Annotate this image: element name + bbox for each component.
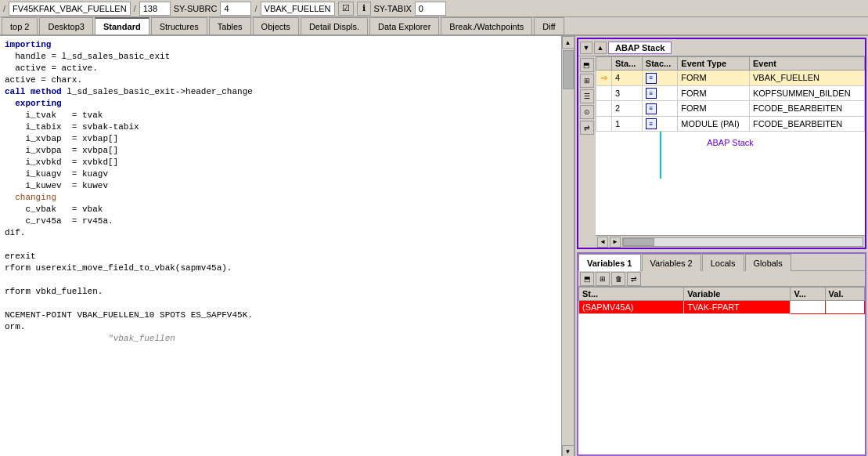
abap-left-icons: ⬒ ⊞ ☰ ⊙ ⇌ [578, 56, 596, 248]
event-type-val: FORM [678, 71, 750, 86]
arrow-cell [596, 116, 612, 132]
abap-stack-label: ABAP Stack [596, 132, 865, 154]
var-icon2[interactable]: ⊞ [596, 272, 610, 286]
form-icon: ≡ [646, 88, 657, 99]
variables-table: St... Variable V... Val. (SAPMV45A) TVAK… [578, 287, 865, 314]
var-icon3[interactable]: ⇌ [627, 272, 641, 286]
code-line: NCEMENT-POINT VBAK_FUELLEN_10 SPOTS ES_S… [5, 309, 569, 321]
tab-top2[interactable]: top 2 [2, 17, 38, 34]
abap-main: ⬒ ⊞ ☰ ⊙ ⇌ Sta... Stac... Eve [578, 56, 865, 248]
event-type-val: MODULE (PAI) [678, 116, 750, 132]
tab-diff[interactable]: Diff [534, 17, 564, 34]
form-icon: ≡ [646, 103, 657, 114]
code-area[interactable]: importing handle = l_sd_sales_basic_exit… [0, 36, 574, 456]
tab-standard[interactable]: Standard [95, 17, 149, 34]
stack-icon2[interactable]: ⊞ [580, 74, 594, 88]
var-st: (SAPMV45A) [579, 301, 684, 314]
scroll-up-btn[interactable]: ▲ [562, 36, 574, 49]
sy-subrc-val: 4 [220, 2, 251, 16]
code-line: importing [5, 39, 569, 51]
arrow-cell [596, 85, 612, 101]
code-line: dif. [5, 227, 569, 239]
var-tabs-row: Variables 1 Variables 2 Locals Globals [578, 254, 865, 271]
code-scrollbar[interactable]: ▲ ▼ [561, 36, 574, 456]
slash3: / [254, 4, 257, 13]
h-scrollbar-track [622, 237, 863, 247]
stac-val: ≡ [642, 85, 678, 101]
code-line [5, 239, 569, 251]
event-type-val: FORM [678, 85, 750, 101]
abap-down-icon[interactable]: ▼ [580, 42, 592, 54]
code-line: changing [5, 192, 569, 204]
tab-globals[interactable]: Globals [745, 254, 791, 271]
table-row[interactable]: ⇒ 4 ≡ FORM VBAK_FUELLEN [596, 71, 865, 86]
stac-val: ≡ [642, 101, 678, 117]
sta-val: 1 [612, 116, 643, 132]
checkbox-icon[interactable]: ☑ [338, 2, 354, 16]
h-scroll-left[interactable]: ◄ [597, 237, 608, 248]
code-line: orm. [5, 321, 569, 333]
var-toolbar: ⬒ ⊞ 🗑 ⇌ [578, 271, 865, 287]
table-row[interactable]: (SAPMV45A) TVAK-FPART [579, 301, 865, 314]
scroll-thumb[interactable] [563, 50, 574, 89]
stack-icon1[interactable]: ⬒ [580, 58, 594, 72]
code-line: active = charx. [5, 74, 569, 86]
form-icon: ≡ [646, 73, 657, 84]
variables-panel: Variables 1 Variables 2 Locals Globals ⬒… [577, 252, 866, 456]
code-line: erexit [5, 251, 569, 262]
sta-val: 3 [612, 85, 643, 101]
tab-objects[interactable]: Objects [253, 17, 299, 34]
sta-val: 2 [612, 101, 643, 117]
stac-val: ≡ [642, 116, 678, 132]
stack-icon5[interactable]: ⇌ [580, 121, 594, 135]
code-line [5, 274, 569, 286]
code-line: handle = l_sd_sales_basic_exit [5, 51, 569, 63]
stack-icon3[interactable]: ☰ [580, 89, 594, 103]
code-line: exporting [5, 98, 569, 110]
var-val [825, 301, 864, 314]
var-variable: TVAK-FPART [684, 301, 791, 314]
abap-stack-title: ABAP Stack [608, 42, 672, 54]
var-col-variable: Variable [684, 288, 791, 301]
code-line: i_tabix = svbak-tabix [5, 121, 569, 133]
scroll-down-btn[interactable]: ▼ [562, 445, 574, 456]
table-row[interactable]: 3 ≡ FORM KOPFSUMMEN_BILDEN [596, 85, 865, 101]
tab-variables1[interactable]: Variables 1 [578, 254, 641, 271]
arrow-cell: ⇒ [596, 71, 612, 86]
tab-desktop3[interactable]: Desktop3 [39, 17, 92, 34]
code-line: "vbak_fuellen [5, 333, 569, 345]
col-sta [596, 57, 612, 71]
form-icon: ≡ [646, 118, 657, 129]
tab-locals[interactable]: Locals [702, 254, 744, 271]
col-stac: Sta... [612, 57, 643, 71]
h-scrollbar-thumb[interactable] [623, 238, 654, 246]
event-val: FCODE_BEARBEITEN [749, 101, 864, 117]
stack-icon4[interactable]: ⊙ [580, 105, 594, 119]
tab-tables[interactable]: Tables [209, 17, 251, 34]
code-line: c_vbak = vbak [5, 204, 569, 215]
code-line: i_xvbkd = xvbkd[] [5, 157, 569, 168]
table-row[interactable]: 1 ≡ MODULE (PAI) FCODE_BEARBEITEN [596, 116, 865, 132]
info-icon[interactable]: ℹ [357, 2, 371, 16]
col-s: Stac... [642, 57, 678, 71]
code-panel: importing handle = l_sd_sales_basic_exit… [0, 36, 575, 456]
tab-detail-displs[interactable]: Detail Displs. [301, 17, 368, 34]
tab-data-explorer[interactable]: Data Explorer [369, 17, 439, 34]
h-scroll-right[interactable]: ► [610, 237, 621, 248]
var-delete-icon[interactable]: 🗑 [611, 272, 625, 286]
code-line: i_kuagv = kuagv [5, 168, 569, 180]
tab-variables2[interactable]: Variables 2 [642, 254, 701, 271]
abap-stack-table: Sta... Stac... Event Type Event ⇒ 4 [596, 56, 865, 132]
var-col-v: V... [791, 288, 825, 301]
line-number: 138 [139, 2, 171, 16]
col-event-type: Event Type [678, 57, 750, 71]
abap-up-icon[interactable]: ▲ [594, 42, 607, 54]
tab-structures[interactable]: Structures [151, 17, 207, 34]
var-icon1[interactable]: ⬒ [580, 272, 594, 286]
tab-break-watchpoints[interactable]: Break./Watchpoints [441, 17, 532, 34]
col-event: Event [749, 57, 864, 71]
code-line [5, 298, 569, 309]
h-scrollbar[interactable]: ◄ ► [596, 235, 865, 248]
table-row[interactable]: 2 ≡ FORM FCODE_BEARBEITEN [596, 101, 865, 117]
slash2: / [134, 4, 136, 13]
